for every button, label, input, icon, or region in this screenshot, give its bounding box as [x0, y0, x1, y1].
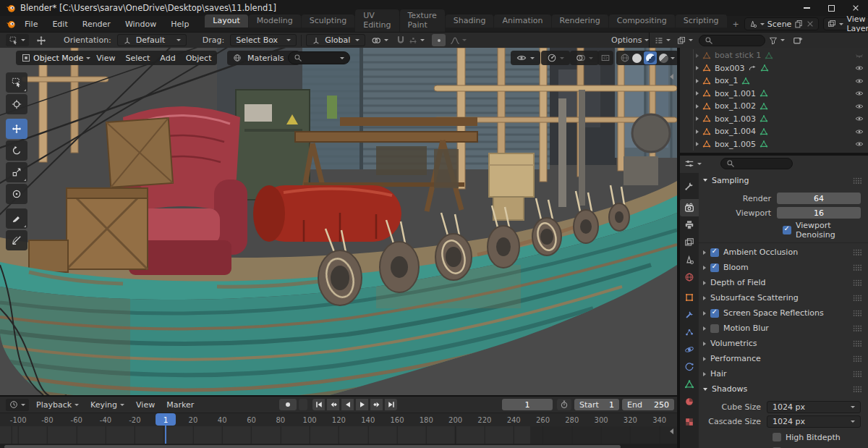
high-bitdepth-checkbox[interactable]	[773, 433, 781, 441]
drag-dots-icon[interactable]	[853, 249, 862, 255]
snap-target-dropdown[interactable]	[409, 36, 425, 45]
auto-keying-button[interactable]	[279, 399, 297, 410]
keying-set-stub[interactable]	[299, 399, 307, 410]
rotate-tool[interactable]	[6, 140, 27, 161]
solid-shading-icon[interactable]	[632, 54, 642, 63]
expand-arrow-icon[interactable]	[696, 79, 699, 83]
rendered-shading-icon[interactable]	[659, 54, 668, 63]
expand-arrow-icon[interactable]	[696, 117, 699, 121]
eye-open-icon[interactable]	[855, 102, 864, 111]
select-box-tool[interactable]	[6, 72, 27, 93]
drag-dots-icon[interactable]	[853, 355, 862, 362]
blender-menu-icon[interactable]	[6, 19, 16, 29]
drag-dots-icon[interactable]	[853, 386, 862, 392]
region-collapse-icon[interactable]	[670, 428, 673, 434]
tab-tool[interactable]	[680, 177, 699, 195]
close-button[interactable]	[843, 0, 868, 16]
workspace-tab[interactable]: Layout	[205, 14, 247, 28]
drag-dots-icon[interactable]	[853, 325, 862, 331]
viewport-samples-field[interactable]: 16	[777, 207, 861, 219]
properties-search-input[interactable]	[720, 158, 793, 169]
viewport-menu-item[interactable]: Add	[160, 54, 175, 63]
properties-section[interactable]: Bloom	[699, 260, 868, 275]
options-dropdown[interactable]: Options	[611, 35, 649, 45]
drag-dropdown[interactable]: Select Box	[230, 34, 297, 46]
orientation-dropdown[interactable]: Default	[117, 34, 187, 46]
timeline-menu-item[interactable]: Keying	[90, 400, 124, 410]
falloff-curve-icon[interactable]	[450, 35, 460, 46]
cube-size-dropdown[interactable]: 1024 px	[767, 401, 861, 413]
section-checkbox[interactable]	[710, 324, 719, 333]
tab-modifiers[interactable]	[680, 306, 699, 324]
outliner-search-input[interactable]	[699, 35, 765, 46]
viewport-3d[interactable]: Object Mode ViewSelectAddObject Material…	[0, 48, 677, 395]
render-samples-field[interactable]: 64	[777, 193, 861, 204]
timeline-keyframe-area[interactable]	[0, 426, 677, 444]
outliner-filter-mode[interactable]	[677, 36, 693, 45]
material-preview-shading-icon[interactable]	[644, 51, 657, 64]
expand-arrow-icon[interactable]	[696, 104, 699, 109]
new-collection-icon[interactable]	[793, 35, 803, 46]
gizmos-toggle[interactable]	[541, 51, 570, 65]
drag-dots-icon[interactable]	[853, 264, 862, 271]
expand-arrow-icon[interactable]	[696, 54, 699, 58]
timeline-menu-item[interactable]: Marker	[166, 400, 194, 410]
menu-item[interactable]: Help	[163, 20, 196, 29]
scene-selector[interactable]: Scene	[744, 17, 820, 30]
visibility-dropdown[interactable]	[511, 51, 540, 65]
cursor-tool[interactable]	[6, 94, 27, 114]
outliner-item[interactable]: box_1.005	[680, 138, 868, 151]
cascade-size-dropdown[interactable]: 1024 px	[767, 415, 861, 428]
eye-open-icon[interactable]	[855, 114, 864, 123]
drag-dots-icon[interactable]	[853, 340, 862, 347]
workspace-tab[interactable]: Scripting	[676, 14, 727, 28]
workspace-tab[interactable]: UV Editing	[355, 9, 399, 32]
drag-dots-icon[interactable]	[853, 295, 862, 301]
timeline-ruler[interactable]: -100-80-60-40-20204060801001201401601802…	[0, 413, 677, 426]
add-workspace-button[interactable]: +	[728, 20, 744, 29]
tab-object-data[interactable]	[680, 376, 699, 393]
tab-constraints[interactable]	[680, 358, 699, 376]
tab-view-layer[interactable]	[680, 234, 699, 251]
unlink-scene-icon[interactable]	[806, 20, 814, 28]
drag-dots-icon[interactable]	[853, 279, 862, 286]
drag-dots-icon[interactable]	[853, 177, 862, 184]
sampling-section-header[interactable]: Sampling	[699, 173, 868, 187]
eye-open-icon[interactable]	[855, 77, 864, 85]
outliner-item[interactable]: box_1.003	[680, 113, 868, 126]
properties-section[interactable]: Volumetrics	[699, 336, 868, 351]
outliner-item[interactable]: box_1.002	[680, 100, 868, 113]
frame-start-field[interactable]: Start1	[574, 399, 619, 410]
scrollbar-thumb[interactable]	[4, 445, 621, 448]
xray-toggle[interactable]	[597, 51, 613, 65]
move-tool[interactable]	[6, 119, 27, 139]
view-layer-selector[interactable]: View Layer	[823, 17, 868, 30]
scale-tool[interactable]	[6, 162, 27, 182]
menu-item[interactable]: File	[17, 20, 45, 29]
drag-dots-icon[interactable]	[853, 310, 862, 316]
proportional-editing-toggle[interactable]	[432, 34, 446, 46]
tab-output[interactable]	[680, 216, 699, 234]
properties-section[interactable]: Depth of Field	[699, 275, 868, 290]
previous-keyframe-button[interactable]	[327, 399, 339, 410]
tab-render[interactable]	[680, 199, 699, 216]
section-checkbox[interactable]	[710, 263, 719, 272]
eye-open-icon[interactable]	[855, 127, 864, 136]
tab-object[interactable]	[680, 289, 699, 306]
properties-section[interactable]: Performance	[699, 351, 868, 366]
drag-dots-icon[interactable]	[853, 371, 862, 377]
transform-orientation-dropdown[interactable]: Global	[306, 34, 365, 46]
workspace-tab[interactable]: Rendering	[552, 14, 608, 28]
play-reverse-button[interactable]	[341, 399, 354, 410]
outliner-item[interactable]: box_1.001	[680, 88, 868, 101]
region-collapse-icon[interactable]	[670, 74, 673, 80]
menu-item[interactable]: Edit	[45, 20, 75, 29]
menu-item[interactable]: Window	[118, 20, 163, 29]
outliner-item[interactable]: Box003	[680, 62, 868, 75]
outliner-item[interactable]: boat stick 1	[680, 49, 868, 62]
properties-section[interactable]: Screen Space Reflections	[699, 305, 868, 321]
shadows-section-header[interactable]: Shadows	[699, 381, 868, 397]
expand-arrow-icon[interactable]	[696, 142, 699, 146]
viewport-menu-item[interactable]: View	[96, 54, 115, 63]
play-button[interactable]	[356, 399, 368, 410]
